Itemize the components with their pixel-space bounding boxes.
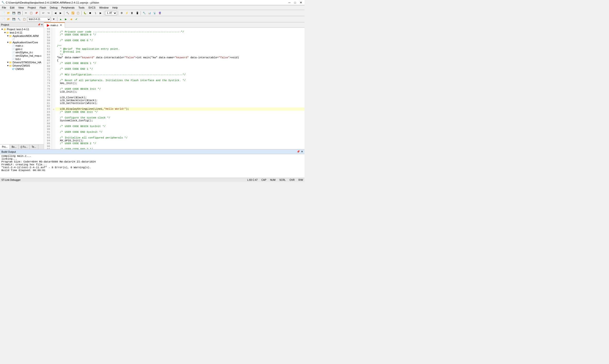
tree-item[interactable]: ▼📁Drivers/CMSIS xyxy=(0,64,44,67)
line-code[interactable] xyxy=(55,76,305,79)
line-code[interactable]: /** xyxy=(55,45,305,48)
line-code[interactable]: LCD_Init(); xyxy=(55,91,305,93)
stop-btn[interactable]: ⏹ xyxy=(88,11,92,15)
open-btn[interactable]: 📂 xyxy=(6,11,11,15)
tree-item[interactable]: ▼📁Application/User/Core xyxy=(0,41,44,44)
t2-btn5[interactable]: 📋 xyxy=(22,17,27,22)
paste-btn[interactable]: 📌 xyxy=(34,11,39,15)
project-combo[interactable]: test-2-4-11 xyxy=(27,17,51,21)
menu-item-project[interactable]: Project xyxy=(26,6,38,10)
menu-item-flash[interactable]: Flash xyxy=(38,6,48,10)
tree-item[interactable]: 📄 xyxy=(0,38,44,41)
menu-item-debug[interactable]: Debug xyxy=(48,6,59,10)
t2-green1[interactable]: ▲ xyxy=(58,17,63,22)
line-code[interactable]: /* Configure the system clock */ xyxy=(55,116,305,119)
nav-back-btn[interactable]: ◀ xyxy=(53,11,58,15)
line-code[interactable]: */ xyxy=(55,53,305,56)
copy-btn[interactable]: 📋 xyxy=(29,11,34,15)
t2-btn2[interactable]: 📂 xyxy=(6,17,11,22)
debug-btn[interactable]: 🐛 xyxy=(83,11,87,15)
line-code[interactable]: /* Reset of all peripherals. Initializes… xyxy=(55,79,305,82)
line-code[interactable]: /* Initialize all configured peripherals… xyxy=(55,136,305,139)
line-code[interactable]: /* USER CODE BEGIN SysInit */ xyxy=(55,125,305,128)
save-btn[interactable]: 💾 xyxy=(12,11,16,15)
menu-item-help[interactable]: Help xyxy=(110,6,120,10)
nav-fwd-btn[interactable]: ▶ xyxy=(58,11,63,15)
t2-orange[interactable]: ◀ xyxy=(69,17,74,22)
line-code[interactable]: SystemClock_Config(); xyxy=(55,119,305,122)
panel-tab-0[interactable]: Pro... xyxy=(0,145,10,149)
tree-item[interactable]: 📄lcd.c xyxy=(0,57,44,61)
line-code[interactable]: /* Private user code -------------------… xyxy=(55,30,305,33)
line-code[interactable]: /* USER CODE END 1 */ xyxy=(55,67,305,70)
options-btn[interactable]: ⚙ xyxy=(119,11,124,15)
t2-btn1[interactable]: 📄 xyxy=(1,17,6,22)
menu-item-tools[interactable]: Tools xyxy=(77,6,87,10)
panel-pin-btn[interactable]: 📌 xyxy=(38,23,40,26)
step-btn[interactable]: ⤵ xyxy=(93,11,98,15)
t2-btn4[interactable]: 🔧 xyxy=(17,17,21,22)
line-code[interactable]: * @retval int xyxy=(55,51,305,53)
periph-btn[interactable]: 🔧 xyxy=(142,11,146,15)
tree-item[interactable]: ▼📁Drivers/STM32G4xx_HA xyxy=(0,61,44,64)
line-code[interactable]: /* USER CODE BEGIN 0 */ xyxy=(55,33,305,36)
line-code[interactable]: /* USER CODE END SysInit */ xyxy=(55,130,305,133)
minimize-button[interactable]: ─ xyxy=(287,1,291,4)
line-code[interactable]: "kw" data-name="keyword" data-interactab… xyxy=(55,56,305,59)
line-code[interactable]: LCD_SetTextColor(White); xyxy=(55,102,305,105)
line-code[interactable] xyxy=(55,28,305,30)
cut-btn[interactable]: ✂ xyxy=(24,11,28,15)
line-code[interactable]: LCD_DisplayStringLine(Line1,"Hello World… xyxy=(55,107,305,111)
line-code[interactable] xyxy=(55,145,305,148)
open-map-btn[interactable]: 📋 xyxy=(76,11,80,15)
line-code[interactable]: /* USER CODE END Init */ xyxy=(55,111,305,114)
line-code[interactable] xyxy=(55,128,305,130)
line-code[interactable] xyxy=(55,65,305,67)
undo-btn[interactable]: ↩ xyxy=(41,11,46,15)
line-code[interactable]: /* MCU Configuration--------------------… xyxy=(55,73,305,76)
target-combo[interactable]: 1. AT xyxy=(105,11,117,15)
device-btn[interactable]: 📱 xyxy=(135,11,140,15)
panel-tab-2[interactable]: () Fu... xyxy=(19,145,29,149)
t2-btn3[interactable]: 💾 xyxy=(12,17,16,22)
build-pin-btn[interactable]: 📌 xyxy=(297,150,300,153)
line-code[interactable]: /* USER CODE BEGIN Init */ xyxy=(55,88,305,91)
menu-item-peripherals[interactable]: Peripherals xyxy=(59,6,77,10)
line-code[interactable]: LCD_SetBackColor(Black); xyxy=(55,99,305,102)
erase-btn[interactable]: 🗑 xyxy=(130,11,134,15)
new-file-btn[interactable]: 📄 xyxy=(1,11,6,15)
line-code[interactable] xyxy=(55,114,305,116)
build-close-btn[interactable]: ✕ xyxy=(301,150,303,153)
maximize-button[interactable]: □ xyxy=(293,1,297,4)
line-code[interactable] xyxy=(55,70,305,73)
menu-item-file[interactable]: File xyxy=(0,6,8,10)
t2-green2[interactable]: ▶ xyxy=(64,17,68,22)
line-code[interactable]: LCD_Clear(Black); xyxy=(55,96,305,99)
line-code[interactable]: * @brief The application entry point. xyxy=(55,48,305,51)
line-code[interactable] xyxy=(55,133,305,136)
panel-tab-3[interactable]: Te... xyxy=(30,145,38,149)
tree-item[interactable]: 💎CMSIS xyxy=(0,67,44,71)
tree-item[interactable]: 📄main.c xyxy=(0,44,44,47)
t2-combo-btn[interactable]: ▼ xyxy=(52,17,56,22)
tab-close-btn[interactable]: ✕ xyxy=(60,24,62,26)
t2-green3[interactable]: ✔ xyxy=(74,17,79,22)
line-code[interactable]: /* USER CODE BEGIN 1 */ xyxy=(55,62,305,65)
editor-tab-main[interactable]: ▶ main.c ✕ xyxy=(44,22,65,28)
tree-item[interactable]: ▼📁Project: test-2-4-11 xyxy=(0,28,44,31)
menu-item-window[interactable]: Window xyxy=(97,6,110,10)
logic-btn[interactable]: 📊 xyxy=(147,11,152,15)
serial-btn[interactable]: 📡 xyxy=(152,11,157,15)
menu-item-edit[interactable]: Edit xyxy=(8,6,16,10)
close-button[interactable]: ✕ xyxy=(299,1,303,4)
menu-item-view[interactable]: View xyxy=(16,6,26,10)
rebuild-btn[interactable]: 🔁 xyxy=(70,11,75,15)
panel-close-btn[interactable]: ✕ xyxy=(41,23,43,26)
redo-btn[interactable]: ↪ xyxy=(46,11,51,15)
line-code[interactable] xyxy=(55,105,305,107)
line-code[interactable]: MX_GPIO_Init(); xyxy=(55,139,305,142)
code-editor[interactable]: 5556 /* Private user code --------------… xyxy=(44,28,305,149)
tree-item[interactable]: ▼📁test-2-4-11 xyxy=(0,31,44,34)
line-code[interactable]: { xyxy=(55,59,305,62)
tree-item[interactable]: 📄gpio.c xyxy=(0,47,44,51)
